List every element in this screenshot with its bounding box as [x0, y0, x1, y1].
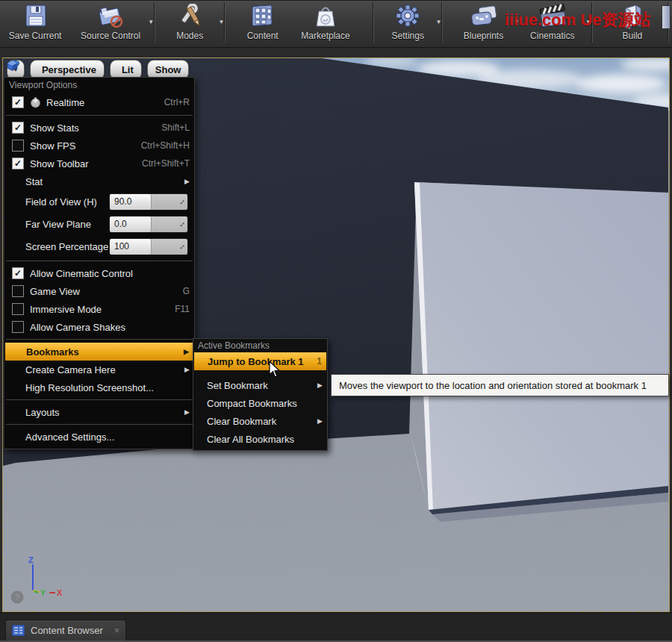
source-control-button[interactable]: Source Control ▼ — [70, 1, 151, 46]
toolbar-separator — [441, 2, 443, 43]
menu-item-high-resolution-screenshot[interactable]: High Resolution Screenshot... — [4, 378, 194, 396]
submenu-item-compact-bookmarks[interactable]: Compact Bookmarks — [193, 394, 327, 412]
menu-item-stat[interactable]: Stat ▶ — [4, 172, 194, 190]
menu-separator — [6, 424, 193, 425]
checkbox-unchecked[interactable] — [12, 140, 24, 152]
marketplace-icon — [313, 3, 338, 30]
spinner-icon: ↕ — [178, 197, 187, 206]
menu-item-allow-camera-shakes[interactable]: Allow Camera Shakes — [4, 318, 194, 336]
viewport-options-menu: Viewport Options ✓ Realtime Ctrl+R ✓ Sho… — [4, 77, 195, 449]
modes-button[interactable]: Modes ▼ — [158, 1, 221, 46]
help-button[interactable]: ? — [11, 591, 23, 603]
white-box[interactable] — [414, 182, 668, 510]
checkbox-checked[interactable]: ✓ — [12, 267, 24, 279]
submenu-arrow-icon: ▶ — [184, 348, 189, 355]
submenu-item-label: Clear Bookmark — [207, 416, 311, 427]
menu-item-bookmarks[interactable]: Bookmarks ▶ — [5, 343, 193, 361]
far-view-plane-value[interactable]: 0.0 — [110, 216, 152, 232]
settings-caret-icon[interactable]: ▼ — [436, 19, 442, 25]
checkbox-unchecked[interactable] — [12, 303, 24, 315]
launch-icon-partial — [662, 5, 671, 29]
menu-item-label: Stat — [25, 176, 178, 187]
menu-item-immersive-mode[interactable]: Immersive Mode F11 — [4, 300, 194, 318]
content-browser-tab[interactable]: Content Browser × — [5, 620, 126, 641]
menu-item-advanced-settings[interactable]: Advanced Settings... — [4, 428, 194, 446]
close-icon[interactable]: × — [114, 626, 119, 636]
floppy-icon — [22, 3, 49, 30]
menu-item-label: Game View — [30, 286, 177, 297]
source-control-caret-icon[interactable]: ▼ — [148, 19, 154, 25]
menu-item-layouts[interactable]: Layouts ▶ — [4, 403, 194, 421]
show-label: Show — [155, 64, 181, 75]
check-icon: ✓ — [14, 97, 22, 107]
menu-item-label: Bookmarks — [26, 346, 178, 358]
submenu-item-set-bookmark[interactable]: Set Bookmark ▶ — [193, 376, 327, 394]
menu-item-shortcut: F11 — [175, 304, 190, 314]
checkbox-checked[interactable]: ✓ — [12, 122, 24, 134]
content-browser-label: Content Browser — [31, 625, 108, 636]
spinner-handle[interactable]: ↕ — [152, 197, 187, 206]
tooltip-text: Moves the viewport to the location and o… — [339, 380, 647, 391]
checkbox-unchecked[interactable] — [12, 321, 24, 333]
menu-item-screen-percentage: Screen Percentage 100 ↕ — [4, 235, 194, 258]
screen-percentage-label: Screen Percentage — [25, 241, 109, 252]
menu-item-label: Allow Camera Shakes — [30, 322, 190, 333]
screen-percentage-value[interactable]: 100 — [110, 239, 152, 255]
save-current-button[interactable]: Save Current — [0, 1, 70, 46]
field-of-view-value[interactable]: 90.0 — [110, 194, 152, 210]
mouse-cursor-icon — [269, 361, 282, 382]
save-current-label: Save Current — [9, 31, 62, 41]
settings-button[interactable]: Settings ▼ — [377, 1, 438, 46]
submenu-item-clear-bookmark[interactable]: Clear Bookmark ▶ — [193, 412, 327, 430]
screen-percentage-input[interactable]: 100 ↕ — [109, 238, 188, 255]
menu-item-game-view[interactable]: Game View G — [4, 282, 194, 300]
settings-icon — [394, 3, 421, 30]
menu-separator — [6, 339, 193, 340]
modes-label: Modes — [176, 31, 203, 41]
content-button[interactable]: Content — [236, 1, 289, 46]
menu-item-label: Show Stats — [30, 122, 155, 134]
submenu-item-jump-to-bookmark-1[interactable]: Jump to Bookmark 1 1 — [194, 352, 326, 370]
perspective-label: Perspective — [42, 64, 96, 75]
submenu-arrow-icon: ▶ — [184, 366, 190, 373]
submenu-item-label: Set Bookmark — [207, 380, 311, 391]
menu-item-allow-cinematic-control[interactable]: ✓ Allow Cinematic Control — [4, 264, 194, 282]
menu-item-field-of-view: Field of View (H) 90.0 ↕ — [4, 190, 194, 213]
checkbox-unchecked[interactable] — [12, 285, 24, 297]
menu-item-label: Immersive Mode — [30, 304, 169, 315]
spinner-icon: ↕ — [178, 242, 187, 251]
checkbox-checked[interactable]: ✓ — [12, 158, 24, 169]
toolbar-separator — [154, 2, 155, 43]
far-view-plane-input[interactable]: 0.0 ↕ — [109, 216, 188, 233]
menu-item-realtime[interactable]: ✓ Realtime Ctrl+R — [4, 93, 194, 112]
tooltip: Moves the viewport to the location and o… — [331, 374, 669, 396]
modes-caret-icon[interactable]: ▼ — [218, 19, 224, 25]
submenu-arrow-icon: ▶ — [184, 408, 190, 416]
submenu-arrow-icon: ▶ — [317, 417, 323, 425]
field-of-view-input[interactable]: 90.0 ↕ — [109, 193, 188, 211]
menu-item-shortcut: Ctrl+R — [164, 97, 190, 107]
check-icon: ✓ — [14, 122, 22, 133]
menu-item-create-camera-here[interactable]: Create Camera Here ▶ — [4, 361, 194, 378]
help-icon: ? — [15, 593, 19, 602]
content-icon — [249, 3, 276, 30]
menu-item-shortcut: Ctrl+Shift+T — [142, 158, 190, 169]
check-icon: ✓ — [14, 268, 22, 278]
source-control-label: Source Control — [81, 31, 140, 41]
blueprints-icon — [469, 3, 499, 30]
spinner-handle[interactable]: ↕ — [152, 242, 187, 251]
menu-item-label: Show Toolbar — [30, 158, 136, 169]
submenu-item-label: Clear All Bookmarks — [207, 434, 323, 445]
menu-item-show-stats[interactable]: ✓ Show Stats Shift+L — [4, 119, 194, 137]
menu-item-show-fps[interactable]: Show FPS Ctrl+Shift+H — [4, 137, 194, 155]
bottom-dock: Content Browser × — [0, 612, 672, 642]
submenu-item-clear-all-bookmarks[interactable]: Clear All Bookmarks — [193, 430, 327, 448]
spinner-handle[interactable]: ↕ — [152, 219, 187, 228]
checkbox-checked[interactable]: ✓ — [12, 96, 24, 108]
marketplace-button[interactable]: Marketplace — [289, 1, 362, 46]
menu-item-label: Advanced Settings... — [25, 431, 190, 443]
menu-item-show-toolbar[interactable]: ✓ Show Toolbar Ctrl+Shift+T — [4, 155, 194, 172]
bookmarks-submenu: Active Bookmarks Jump to Bookmark 1 1 Se… — [193, 338, 328, 451]
build-label: Build — [623, 31, 643, 41]
submenu-arrow-icon: ▶ — [317, 381, 323, 389]
